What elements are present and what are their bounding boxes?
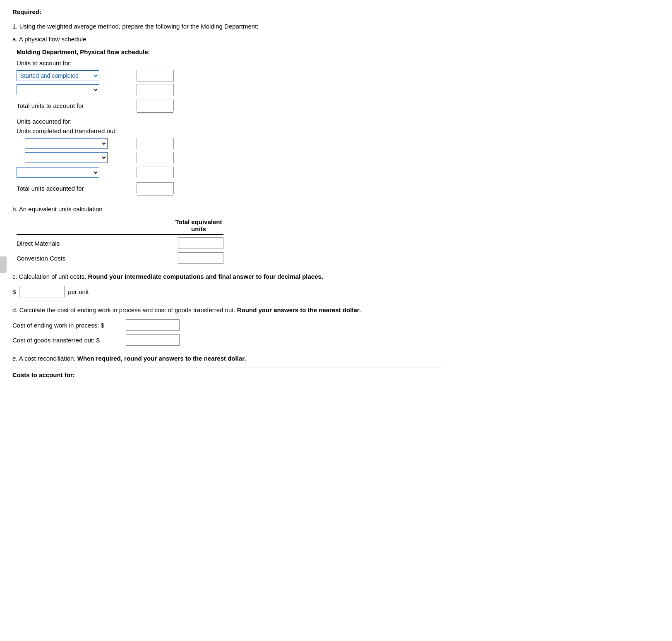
flow-row-1: Started and completed Beginning work in …	[17, 70, 443, 81]
equiv-units-table: Total equivalent units Direct Materials …	[17, 218, 223, 264]
part-c-section: c. Calculation of unit costs. Round your…	[12, 273, 443, 297]
flow-dropdown1-container: Started and completed Beginning work in …	[17, 70, 132, 81]
part-b-label: b. An equivalent units calculation	[12, 206, 443, 213]
part-e-text: e. A cost reconciliation. When required,…	[12, 355, 443, 362]
part-a-label: a. A physical flow schedule	[12, 36, 443, 43]
dropdown-row4[interactable]: Started and completed Beginning work in …	[25, 152, 108, 163]
total-units-account-row: Total units to account for	[17, 100, 443, 111]
input-row2[interactable]	[137, 84, 174, 96]
total-units-account-label: Total units to account for	[17, 102, 132, 109]
unit-cost-row: $ per unit	[12, 286, 443, 297]
flow-dropdown4-container: Started and completed Beginning work in …	[17, 152, 132, 163]
cost-ending-wip-row: Cost of ending work in process: $	[12, 319, 443, 331]
question1-text: 1. Using the weighted average method, pr…	[12, 23, 443, 30]
equiv-header-empty	[17, 218, 174, 232]
cost-ending-wip-input[interactable]	[126, 319, 180, 331]
cost-goods-transferred-input[interactable]	[126, 334, 180, 346]
dropdown-started-completed[interactable]: Started and completed Beginning work in …	[17, 70, 99, 81]
part-d-note: Round your answers to the nearest dollar…	[237, 306, 361, 313]
flow-schedule-section: Molding Department, Physical flow schedu…	[17, 48, 443, 194]
part-e-note: When required, round your answers to the…	[77, 355, 246, 362]
conversion-costs-input[interactable]	[178, 252, 223, 264]
part-d-label: d. Calculate the cost of ending work in …	[12, 306, 235, 313]
flow-row-5: Ending work in process Total	[17, 167, 443, 178]
unit-cost-input[interactable]	[19, 286, 65, 297]
per-unit-label: per unit	[68, 288, 89, 295]
input-row3[interactable]	[137, 138, 174, 149]
total-units-accounted-row: Total units accounted for	[17, 182, 443, 194]
dollar-sign-c: $	[12, 288, 16, 295]
part-b-section: b. An equivalent units calculation Total…	[12, 206, 443, 264]
input-row4[interactable]	[137, 152, 174, 163]
total-units-accounted-input-box	[137, 182, 174, 194]
part-e-label: e. A cost reconciliation.	[12, 355, 76, 362]
total-units-accounted-input[interactable]	[137, 183, 173, 194]
costs-to-account-for-label: Costs to account for:	[12, 368, 443, 378]
flow-dropdown5-container: Ending work in process Total	[17, 167, 132, 178]
part-d-section: d. Calculate the cost of ending work in …	[12, 306, 443, 346]
dropdown-row5[interactable]: Ending work in process Total	[17, 167, 99, 178]
equiv-conversion-costs-row: Conversion Costs	[17, 252, 223, 264]
conversion-costs-label: Conversion Costs	[17, 255, 178, 262]
input-row1[interactable]	[137, 70, 174, 81]
flow-row-4: Started and completed Beginning work in …	[17, 152, 443, 163]
flow-row-2: Beginning work in process Started this p…	[17, 84, 443, 96]
flow-dropdown2-container: Beginning work in process Started this p…	[17, 84, 132, 95]
cost-ending-wip-label: Cost of ending work in process: $	[12, 322, 124, 329]
cost-goods-transferred-label: Cost of goods transferred out: $	[12, 337, 124, 344]
equiv-direct-materials-row: Direct Materials	[17, 237, 223, 249]
part-d-text: d. Calculate the cost of ending work in …	[12, 306, 443, 313]
units-accounted-for-label: Units accounted for:	[17, 118, 443, 125]
direct-materials-input[interactable]	[178, 237, 223, 249]
equiv-header: Total equivalent units	[17, 218, 223, 235]
dropdown-row2[interactable]: Beginning work in process Started this p…	[17, 84, 99, 95]
part-c-label: c. Calculation of unit costs.	[12, 273, 86, 280]
part-c-text: c. Calculation of unit costs. Round your…	[12, 273, 443, 280]
required-label: Required:	[12, 8, 443, 15]
part-e-section: e. A cost reconciliation. When required,…	[12, 355, 443, 378]
units-completed-transferred-label: Units completed and transferred out:	[17, 127, 443, 134]
flow-dropdown3-container: Started and completed Beginning work in …	[17, 138, 132, 149]
scrollbar[interactable]	[0, 256, 7, 273]
equiv-header-total: Total equivalent units	[174, 218, 223, 232]
direct-materials-label: Direct Materials	[17, 240, 178, 247]
units-to-account-for-label: Units to account for:	[17, 60, 443, 67]
flow-row-3: Started and completed Beginning work in …	[17, 138, 443, 149]
total-units-account-input[interactable]	[137, 100, 173, 111]
flow-schedule-title: Molding Department, Physical flow schedu…	[17, 48, 443, 55]
total-units-accounted-label: Total units accounted for	[17, 185, 132, 192]
dropdown-row3[interactable]: Started and completed Beginning work in …	[25, 138, 108, 149]
part-c-note: Round your intermediate computations and…	[88, 273, 323, 280]
cost-goods-transferred-row: Cost of goods transferred out: $	[12, 334, 443, 346]
input-row5[interactable]	[137, 167, 174, 178]
units-accounted-section: Units accounted for: Units completed and…	[17, 118, 443, 194]
total-units-account-input-box	[137, 100, 174, 111]
